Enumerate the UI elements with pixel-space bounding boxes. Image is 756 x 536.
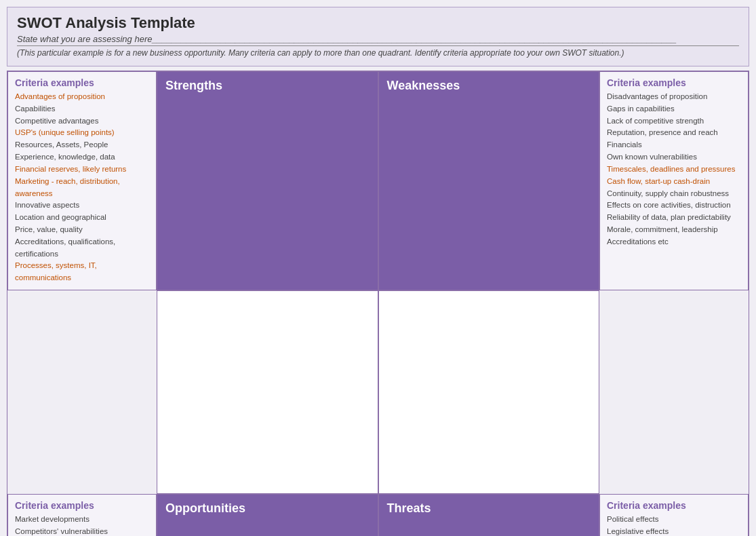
swot-grid: Criteria examplesAdvantages of propositi… <box>7 71 749 536</box>
list-item: USP's (unique selling points) <box>15 127 149 139</box>
strengths-content[interactable] <box>157 290 378 494</box>
list-item: Lack of competitive strength <box>607 115 741 128</box>
list-item: Legislative effects <box>607 526 741 536</box>
page: SWOT Analysis Template State what you ar… <box>0 0 756 536</box>
header-subtitle: State what you are assessing here_______… <box>17 34 739 46</box>
opportunities-header: Opportunities <box>157 494 378 536</box>
threats-header: Threats <box>378 494 600 536</box>
list-item: Financial reserves, likely returns <box>15 164 149 176</box>
criteria-top-right-header: Criteria examples <box>607 77 741 88</box>
list-item: Timescales, deadlines and pressures <box>607 164 741 176</box>
list-item: Gaps in capabilities <box>607 103 741 115</box>
criteria-bottom-right-header: Criteria examples <box>607 500 741 511</box>
list-item: Capabilities <box>15 103 149 115</box>
list-item: communications <box>15 272 149 284</box>
list-item: Location and geographical <box>15 212 149 224</box>
list-item: Disadvantages of proposition <box>607 91 741 103</box>
list-item: Marketing - reach, distribution, <box>15 176 149 188</box>
criteria-bottom-left-header: Criteria examples <box>15 500 149 511</box>
list-item: Price, value, quality <box>15 224 149 236</box>
header-description: (This particular example is for a new bu… <box>17 48 739 58</box>
list-item: Competitors' vulnerabilities <box>15 526 149 536</box>
list-item: Advantages of proposition <box>15 91 149 103</box>
strengths-header: Strengths <box>157 71 378 290</box>
list-item: Processes, systems, IT, <box>15 260 149 272</box>
list-item: Reputation, presence and reach <box>607 127 741 139</box>
list-item: Competitive advantages <box>15 115 149 128</box>
list-item: Accreditations etc <box>607 236 741 248</box>
list-item: Resources, Assets, People <box>15 139 149 151</box>
list-item: Reliability of data, plan predictability <box>607 212 741 224</box>
list-item: Political effects <box>607 514 741 526</box>
header-section: SWOT Analysis Template State what you ar… <box>7 7 749 66</box>
page-title: SWOT Analysis Template <box>17 14 739 32</box>
list-item: Morale, commitment, leadership <box>607 224 741 236</box>
list-item: Own known vulnerabilities <box>607 151 741 164</box>
criteria-top-left-header: Criteria examples <box>15 77 149 88</box>
list-item: Effects on core activities, distruction <box>607 199 741 212</box>
list-item: Innovative aspects <box>15 199 149 212</box>
criteria-top-left: Criteria examplesAdvantages of propositi… <box>7 71 157 290</box>
criteria-bottom-left: Criteria examplesMarket developmentsComp… <box>7 494 157 536</box>
criteria-top-right: Criteria examplesDisadvantages of propos… <box>599 71 749 290</box>
list-item: Cash flow, start-up cash-drain <box>607 176 741 188</box>
list-item: awareness <box>15 188 149 200</box>
list-item: Experience, knowledge, data <box>15 151 149 164</box>
weaknesses-content[interactable] <box>378 290 600 494</box>
weaknesses-header: Weaknesses <box>378 71 600 290</box>
criteria-bottom-right: Criteria examplesPolitical effectsLegisl… <box>599 494 749 536</box>
list-item: Accreditations, qualifications, <box>15 236 149 248</box>
list-item: Market developments <box>15 514 149 526</box>
list-item: certifications <box>15 248 149 261</box>
list-item: Financials <box>607 139 741 151</box>
list-item: Continuity, supply chain robustness <box>607 188 741 200</box>
